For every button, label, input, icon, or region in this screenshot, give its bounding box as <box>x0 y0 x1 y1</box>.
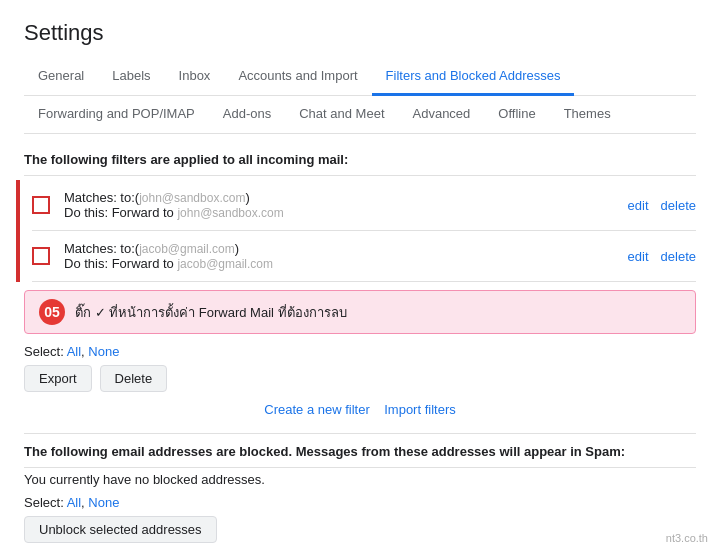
tabs-row1: General Labels Inbox Accounts and Import… <box>24 58 696 96</box>
tab-chat-meet[interactable]: Chat and Meet <box>285 96 398 134</box>
export-button[interactable]: Export <box>24 365 92 392</box>
divider-top <box>24 175 696 176</box>
filter-dothis-2: Do this: Forward to jacob@gmail.com <box>64 256 628 271</box>
blocked-section-title: The following email addresses are blocke… <box>24 444 696 459</box>
import-filters-link[interactable]: Import filters <box>384 402 456 417</box>
delete-filter-2[interactable]: delete <box>661 249 696 264</box>
tab-forwarding[interactable]: Forwarding and POP/IMAP <box>24 96 209 134</box>
left-bar-1 <box>16 180 20 231</box>
tab-general[interactable]: General <box>24 58 98 96</box>
blocked-select-none[interactable]: None <box>88 495 119 510</box>
no-blocked-text: You currently have no blocked addresses. <box>24 472 696 487</box>
create-new-filter-link[interactable]: Create a new filter <box>264 402 370 417</box>
filter-links: Create a new filter Import filters <box>24 402 696 417</box>
unblock-button[interactable]: Unblock selected addresses <box>24 516 217 543</box>
filter-checkbox-2[interactable] <box>32 247 50 265</box>
filter-row-container-1: Matches: to:(john@sandbox.com) Do this: … <box>24 180 696 231</box>
filter-dothis-1: Do this: Forward to john@sandbox.com <box>64 205 628 220</box>
watermark: nt3.co.th <box>666 532 708 544</box>
tab-addons[interactable]: Add-ons <box>209 96 285 134</box>
tab-offline[interactable]: Offline <box>484 96 549 134</box>
filter-matches-1: Matches: to:(john@sandbox.com) <box>64 190 628 205</box>
filter-row-2: Matches: to:(jacob@gmail.com) Do this: F… <box>32 231 696 282</box>
filter-actions-2: edit delete <box>628 249 696 264</box>
delete-filter-1[interactable]: delete <box>661 198 696 213</box>
tab-filters-blocked[interactable]: Filters and Blocked Addresses <box>372 58 575 96</box>
tab-accounts-import[interactable]: Accounts and Import <box>224 58 371 96</box>
filter-row-container-2: Matches: to:(jacob@gmail.com) Do this: F… <box>24 231 696 282</box>
select-none[interactable]: None <box>88 344 119 359</box>
tooltip-number: 05 <box>39 299 65 325</box>
filter-row-1: Matches: to:(john@sandbox.com) Do this: … <box>32 180 696 231</box>
tab-inbox[interactable]: Inbox <box>165 58 225 96</box>
filter-checkbox-1[interactable] <box>32 196 50 214</box>
filter-actions-1: edit delete <box>628 198 696 213</box>
select-label: Select: <box>24 344 64 359</box>
tab-labels[interactable]: Labels <box>98 58 164 96</box>
tab-themes[interactable]: Themes <box>550 96 625 134</box>
blocked-select-all[interactable]: All <box>67 495 81 510</box>
left-bar-2 <box>16 231 20 282</box>
delete-button[interactable]: Delete <box>100 365 168 392</box>
blocked-select-label: Select: <box>24 495 64 510</box>
filter-details-2: Matches: to:(jacob@gmail.com) Do this: F… <box>64 241 628 271</box>
blocked-select-row: Select: All, None <box>24 495 696 510</box>
page-title: Settings <box>24 20 696 46</box>
edit-filter-2[interactable]: edit <box>628 249 649 264</box>
filters-section-title: The following filters are applied to all… <box>24 152 696 167</box>
select-all[interactable]: All <box>67 344 81 359</box>
unblock-btn-row: Unblock selected addresses <box>24 516 696 543</box>
tab-advanced[interactable]: Advanced <box>399 96 485 134</box>
btn-row: Export Delete <box>24 365 696 392</box>
tooltip-box: 05 ติ๊ก ✓ ที่หน้าการตั้งค่า Forward Mail… <box>24 290 696 334</box>
select-row: Select: All, None <box>24 344 696 359</box>
filter-details-1: Matches: to:(john@sandbox.com) Do this: … <box>64 190 628 220</box>
divider-blocked2 <box>24 467 696 468</box>
filter-matches-2: Matches: to:(jacob@gmail.com) <box>64 241 628 256</box>
tabs-row2: Forwarding and POP/IMAP Add-ons Chat and… <box>24 96 696 134</box>
divider-blocked <box>24 433 696 434</box>
tooltip-text: ติ๊ก ✓ ที่หน้าการตั้งค่า Forward Mail ที… <box>75 302 347 323</box>
edit-filter-1[interactable]: edit <box>628 198 649 213</box>
